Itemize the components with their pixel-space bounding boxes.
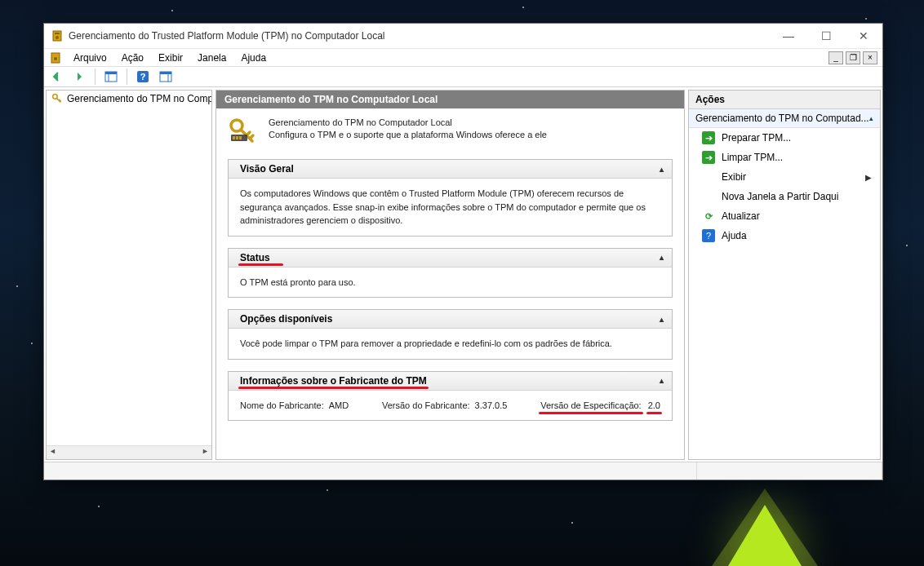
panel-options-title: Opções disponíveis xyxy=(240,313,332,325)
menu-ajuda[interactable]: Ajuda xyxy=(234,51,273,65)
content-header: Gerenciamento do TPM no Computador Local xyxy=(216,91,684,108)
svg-rect-1 xyxy=(55,33,60,34)
show-hide-tree-button[interactable] xyxy=(102,68,120,86)
actions-header: Ações xyxy=(689,91,880,109)
blank-icon xyxy=(702,190,715,203)
panel-options-body: Você pode limpar o TPM para remover a pr… xyxy=(229,329,672,359)
tree-pane: Gerenciamento do TPM no Computador Local xyxy=(46,90,212,460)
horizontal-scrollbar[interactable] xyxy=(47,445,211,459)
mfr-ver-value: 3.37.0.5 xyxy=(475,399,508,413)
panel-options: Opções disponíveis ▴ Você pode limpar o … xyxy=(228,309,673,360)
collapse-icon: ▴ xyxy=(869,114,873,122)
actions-pane: Ações Gerenciamento do TPM no Computad..… xyxy=(688,90,881,460)
tpm-menu-icon xyxy=(49,51,62,64)
panel-manufacturer-title: Informações sobre o Fabricante do TPM xyxy=(240,375,427,387)
help-button[interactable]: ? xyxy=(134,68,152,86)
panel-status-title: Status xyxy=(240,252,270,263)
forward-button[interactable] xyxy=(70,68,88,86)
back-button[interactable] xyxy=(47,68,65,86)
titlebar: Gerenciamento do Trusted Platform Module… xyxy=(44,24,882,48)
action-new-window[interactable]: Nova Janela a Partir Daqui xyxy=(689,187,880,206)
panel-manufacturer-header[interactable]: Informações sobre o Fabricante do TPM ▴ xyxy=(229,372,672,391)
panel-options-header[interactable]: Opções disponíveis ▴ xyxy=(229,310,672,329)
mdi-close-button[interactable]: × xyxy=(863,51,877,64)
svg-rect-17 xyxy=(236,136,238,139)
svg-point-4 xyxy=(54,57,57,60)
actions-subheader-label: Gerenciamento do TPM no Computad... xyxy=(695,113,869,124)
mfr-ver-label: Versão do Fabricante: xyxy=(382,399,470,413)
workarea: Gerenciamento do TPM no Computador Local… xyxy=(44,87,882,462)
panel-overview-body: Os computadores Windows que contêm o Tru… xyxy=(229,179,672,236)
menu-janela[interactable]: Janela xyxy=(191,51,233,65)
spec-version: Versão de Especificação: 2.0 xyxy=(540,399,660,413)
close-button[interactable]: ✕ xyxy=(845,24,882,48)
maximize-button[interactable]: ☐ xyxy=(807,24,845,48)
spec-ver-label: Versão de Especificação: xyxy=(540,399,642,413)
intro-title: Gerenciamento do TPM no Computador Local xyxy=(269,117,547,129)
svg-rect-11 xyxy=(160,72,171,74)
content-pane: Gerenciamento do TPM no Computador Local… xyxy=(215,90,685,460)
window-title: Gerenciamento do Trusted Platform Module… xyxy=(69,30,770,42)
panel-overview: Visão Geral ▴ Os computadores Windows qu… xyxy=(228,159,673,237)
action-newwin-label: Nova Janela a Partir Daqui xyxy=(722,191,838,202)
arrow-right-icon: ➔ xyxy=(702,151,715,164)
panel-status-body: O TPM está pronto para uso. xyxy=(229,268,672,298)
statusbar xyxy=(44,462,882,480)
menu-exibir[interactable]: Exibir xyxy=(152,51,189,65)
action-refresh[interactable]: ⟳ Atualizar xyxy=(689,206,880,226)
panel-status-header[interactable]: Status ▴ xyxy=(229,249,672,268)
intro-desc: Configura o TPM e o suporte que a plataf… xyxy=(269,129,547,141)
action-clear-label: Limpar TPM... xyxy=(722,152,783,163)
svg-point-13 xyxy=(53,95,58,99)
menubar: Arquivo Ação Exibir Janela Ajuda _ ❐ × xyxy=(44,48,882,66)
tpm-app-icon xyxy=(51,29,64,42)
action-view[interactable]: Exibir ▶ xyxy=(689,167,880,187)
action-help[interactable]: ? Ajuda xyxy=(689,226,880,245)
collapse-icon: ▴ xyxy=(660,253,664,262)
collapse-icon: ▴ xyxy=(660,165,664,174)
panel-manufacturer: Informações sobre o Fabricante do TPM ▴ … xyxy=(228,371,673,422)
blank-icon xyxy=(702,170,715,184)
mmc-window: Gerenciamento do Trusted Platform Module… xyxy=(43,23,883,480)
panel-status: Status ▴ O TPM está pronto para uso. xyxy=(228,248,673,298)
minimize-button[interactable]: — xyxy=(770,24,807,48)
key-large-icon xyxy=(228,117,257,146)
manufacturer-name: Nome do Fabricante: AMD xyxy=(240,399,349,413)
help-icon: ? xyxy=(702,229,715,242)
menu-arquivo[interactable]: Arquivo xyxy=(67,51,113,65)
svg-rect-6 xyxy=(105,72,117,74)
mdi-minimize-button[interactable]: _ xyxy=(828,51,843,64)
show-hide-action-button[interactable] xyxy=(157,68,175,86)
svg-text:?: ? xyxy=(140,72,146,82)
panel-overview-header[interactable]: Visão Geral ▴ xyxy=(229,160,672,179)
actions-subheader[interactable]: Gerenciamento do TPM no Computad... ▴ xyxy=(689,109,880,128)
action-refresh-label: Atualizar xyxy=(722,210,760,222)
tree-root-label: Gerenciamento do TPM no Computador Local xyxy=(67,93,211,104)
chevron-right-icon: ▶ xyxy=(865,173,872,182)
svg-rect-18 xyxy=(239,136,242,139)
action-prepare-tpm[interactable]: ➔ Preparar TPM... xyxy=(689,128,880,148)
action-help-label: Ajuda xyxy=(722,230,747,241)
mdi-restore-button[interactable]: ❐ xyxy=(846,51,860,64)
action-prepare-label: Preparar TPM... xyxy=(722,132,791,144)
panel-overview-title: Visão Geral xyxy=(240,163,294,175)
refresh-icon: ⟳ xyxy=(702,210,715,223)
mfr-name-value: AMD xyxy=(329,399,349,413)
menu-acao[interactable]: Ação xyxy=(115,51,150,65)
svg-point-2 xyxy=(56,36,59,39)
arrow-right-icon: ➔ xyxy=(702,131,715,144)
tree-root-item[interactable]: Gerenciamento do TPM no Computador Local xyxy=(47,91,211,107)
mfr-name-label: Nome do Fabricante: xyxy=(240,399,324,413)
svg-rect-16 xyxy=(233,136,235,139)
spec-ver-value: 2.0 xyxy=(648,399,660,413)
key-icon xyxy=(51,93,63,104)
action-clear-tpm[interactable]: ➔ Limpar TPM... xyxy=(689,148,880,167)
collapse-icon: ▴ xyxy=(660,376,664,385)
toolbar: ? xyxy=(44,66,882,87)
action-view-label: Exibir xyxy=(722,171,746,183)
collapse-icon: ▴ xyxy=(660,315,664,324)
intro-block: Gerenciamento do TPM no Computador Local… xyxy=(228,117,673,146)
manufacturer-version: Versão do Fabricante: 3.37.0.5 xyxy=(382,399,507,413)
